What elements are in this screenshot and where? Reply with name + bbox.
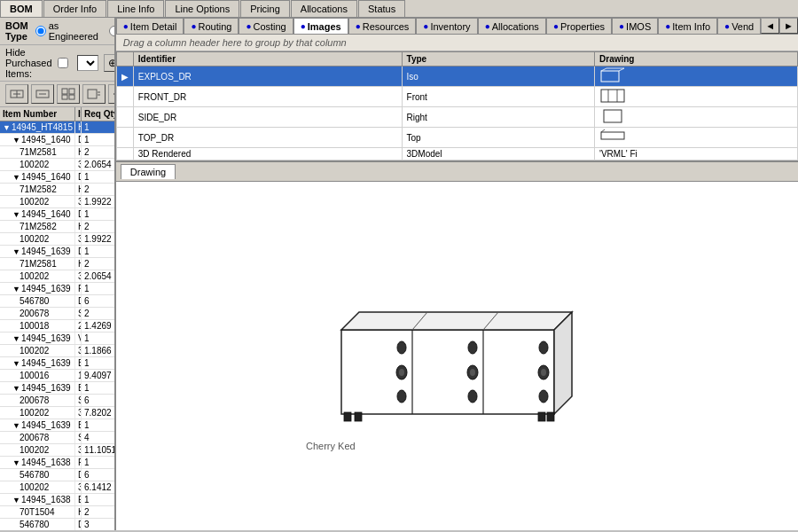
filter-button[interactable]: ⊕ bbox=[104, 54, 116, 72]
identifier-cell: FRONT_DR bbox=[133, 87, 402, 107]
table-row[interactable]: 100202 3/4"-PB Cherry Med 2.0654 bbox=[0, 159, 114, 171]
tab-allocations[interactable]: Allocations bbox=[291, 0, 357, 17]
table-row[interactable]: 546780 Dowel 10X45 6 bbox=[0, 469, 114, 481]
table-row[interactable]: 100016 12TKBD No Surface 9.4097 bbox=[0, 370, 114, 382]
tab-properties[interactable]: ●Properties bbox=[546, 18, 612, 34]
bom-rows-container[interactable]: ▼14945_HT4815 Hutch with 4 Doors 1 ▼1494… bbox=[0, 121, 114, 530]
toolbar-btn-4[interactable] bbox=[82, 84, 106, 104]
table-row[interactable]: 70T1504 HINGE COVER CAP 2 bbox=[0, 506, 114, 519]
cell-qty: 1 bbox=[82, 419, 114, 431]
col-type[interactable]: Type bbox=[402, 52, 595, 66]
table-row[interactable]: 200678 SCREW 1-1/4 NO. 8 4 bbox=[0, 432, 114, 444]
table-row[interactable]: 100202 3/4"-PB Cherry Med 6.1412 bbox=[0, 481, 114, 494]
tabs-scroll-left[interactable]: ◄ bbox=[761, 18, 779, 34]
hide-purchased-checkbox[interactable] bbox=[58, 58, 68, 68]
table-row[interactable]: ▼14945_1639 Valance (Hutch) 1 bbox=[0, 332, 114, 345]
col-drawing[interactable]: Drawing bbox=[595, 52, 798, 66]
cell-desc: Dowel 10X45 bbox=[75, 519, 82, 530]
table-row[interactable]: 546780 Dowel 10X45 3 bbox=[0, 519, 114, 530]
table-row[interactable]: ▼14945_1639 Back 1 bbox=[0, 357, 114, 370]
table-row[interactable]: 100202 3/4"-PB Cherry Med 1.9922 bbox=[0, 233, 114, 246]
table-row[interactable]: 100202 3/4"-PB Cherry Med 7.8202 bbox=[0, 407, 114, 419]
radio-as-processed[interactable]: as Processed bbox=[109, 20, 116, 42]
list-item[interactable]: ▶ EXPLOS_DR Iso bbox=[116, 66, 797, 87]
table-row[interactable]: 100202 3/4"-PB Cherry Med 11.1051 bbox=[0, 444, 114, 457]
table-row[interactable]: ▼14945_1640 Door RH (Hutch) 1 bbox=[0, 171, 114, 184]
cell-qty: 3 bbox=[82, 519, 114, 530]
tab-icon: ● bbox=[191, 21, 196, 31]
cell-qty: 7.8202 bbox=[82, 407, 114, 419]
tab-images[interactable]: ●Images bbox=[293, 18, 348, 34]
table-row[interactable]: 71M2581 Hinge 95D Inset 2 bbox=[0, 258, 114, 270]
table-row[interactable]: ▼14945_1638 End LH (Hutch) 1 bbox=[0, 494, 114, 506]
tab-pricing[interactable]: Pricing bbox=[240, 0, 290, 17]
table-row[interactable]: ▼14945_1639 Door RH (Hutch) 1 bbox=[0, 246, 114, 258]
table-row[interactable]: 200678 SCREW 1-1/4 NO. 8 2 bbox=[0, 308, 114, 320]
tab-icon: ● bbox=[423, 21, 428, 31]
col-item-number[interactable]: Item Number bbox=[0, 107, 75, 121]
hide-purchased-dropdown[interactable] bbox=[77, 55, 98, 71]
cell-desc: 3/4"-PB Cherry Med bbox=[75, 233, 82, 245]
cell-desc: Door LH (Hutch) bbox=[75, 208, 82, 220]
tab-resources[interactable]: ●Resources bbox=[348, 18, 417, 34]
table-row[interactable]: 100202 3/4"-PB Cherry Med 1.9922 bbox=[0, 196, 114, 208]
cell-desc: Back Upper (Hutch) bbox=[75, 382, 82, 394]
list-item[interactable]: 3D Rendered 3DModel 'VRML' Fi bbox=[116, 148, 797, 160]
tab-vend[interactable]: ●Vend bbox=[717, 18, 761, 34]
svg-marker-29 bbox=[341, 312, 572, 330]
tab-item-detail[interactable]: ●Item Detail bbox=[116, 18, 184, 34]
table-row[interactable]: 100018 29mm-PB Cherry-Ch 1.4269 bbox=[0, 320, 114, 332]
radio-as-engineered[interactable]: as Engineered bbox=[35, 20, 98, 42]
list-item[interactable]: TOP_DR Top bbox=[116, 128, 797, 148]
drawing-tab[interactable]: Drawing bbox=[121, 164, 176, 179]
tab-inventory[interactable]: ●Inventory bbox=[416, 18, 477, 34]
tab-icon: ● bbox=[301, 21, 306, 31]
col-expand bbox=[116, 52, 133, 66]
svg-marker-28 bbox=[341, 330, 554, 414]
cell-desc: Valance (Hutch) bbox=[75, 332, 82, 344]
cell-qty: 2 bbox=[82, 184, 114, 195]
toolbar-btn-5[interactable] bbox=[108, 84, 116, 104]
toolbar-btn-2[interactable] bbox=[31, 84, 54, 104]
tab-costing[interactable]: ●Costing bbox=[239, 18, 293, 34]
table-row[interactable]: 100202 3/4"-PB Cherry Med 2.0654 bbox=[0, 270, 114, 283]
tab-line-options[interactable]: Line Options bbox=[165, 0, 239, 17]
table-row[interactable]: 100202 3/4"-PB Cherry Med 1.1866 bbox=[0, 345, 114, 357]
cell-item-number: ▼14945_1638 bbox=[0, 457, 75, 468]
table-row[interactable]: 546780 Dowel 10X45 6 bbox=[0, 295, 114, 308]
table-row[interactable]: ▼14945_1640 Door LH (Hutch) 1 bbox=[0, 208, 114, 221]
tab-line-info[interactable]: Line Info bbox=[107, 0, 164, 17]
table-row[interactable]: 71M2581 Hinge 95D Inset 2 bbox=[0, 146, 114, 159]
list-item[interactable]: FRONT_DR Front bbox=[116, 87, 797, 107]
tab-allocations[interactable]: ●Allocations bbox=[478, 18, 546, 34]
right-panel: ●Item Detail ●Routing ●Costing ●Images ●… bbox=[116, 18, 798, 530]
cell-item-number: ▼14945_HT4815 bbox=[0, 121, 75, 133]
svg-rect-21 bbox=[601, 90, 624, 102]
tab-routing[interactable]: ●Routing bbox=[184, 18, 239, 34]
toolbar-btn-1[interactable] bbox=[5, 84, 28, 104]
toolbar-btn-3[interactable] bbox=[57, 84, 80, 104]
cell-desc: End LH (Hutch) bbox=[75, 494, 82, 505]
tab-status[interactable]: Status bbox=[358, 0, 405, 17]
list-item[interactable]: SIDE_DR Right bbox=[116, 107, 797, 128]
tabs-scroll-right[interactable]: ► bbox=[779, 18, 798, 34]
table-row[interactable]: 71M2582 Hinge 95D FO Door 2 bbox=[0, 221, 114, 233]
table-row[interactable]: 200678 SCREW 1-1/4 NO. 8 6 bbox=[0, 395, 114, 407]
cell-qty: 2 bbox=[82, 258, 114, 270]
tab-item-info[interactable]: ●Item Info bbox=[658, 18, 717, 34]
table-row[interactable]: 71M2582 Hinge 95D FO Door 2 bbox=[0, 184, 114, 196]
table-row[interactable]: ▼14945_1639 Back Lower (Hutch) 1 bbox=[0, 419, 114, 432]
tab-icon: ● bbox=[724, 21, 730, 31]
table-row[interactable]: ▼14945_1639 Partition (Hutch) 1 bbox=[0, 283, 114, 295]
tab-imos[interactable]: ●IMOS bbox=[612, 18, 658, 34]
col-item-desc[interactable]: Item Description bbox=[75, 107, 82, 121]
tab-bom[interactable]: BOM bbox=[0, 0, 43, 17]
col-identifier[interactable]: Identifier bbox=[133, 52, 402, 66]
table-row[interactable]: ▼14945_1638 Fixed Shelf (Hutch) 1 bbox=[0, 457, 114, 469]
table-row[interactable]: ▼14945_HT4815 Hutch with 4 Doors 1 bbox=[0, 121, 114, 134]
col-req-qty[interactable]: Req Qty bbox=[82, 107, 116, 121]
tab-order-info[interactable]: Order Info bbox=[43, 0, 107, 17]
table-row[interactable]: ▼14945_1639 Back Upper (Hutch) 1 bbox=[0, 382, 114, 395]
table-row[interactable]: ▼14945_1640 Door LH (Hutch) 1 bbox=[0, 134, 114, 146]
cell-desc: 3/4"-PB Cherry Med bbox=[75, 196, 82, 207]
